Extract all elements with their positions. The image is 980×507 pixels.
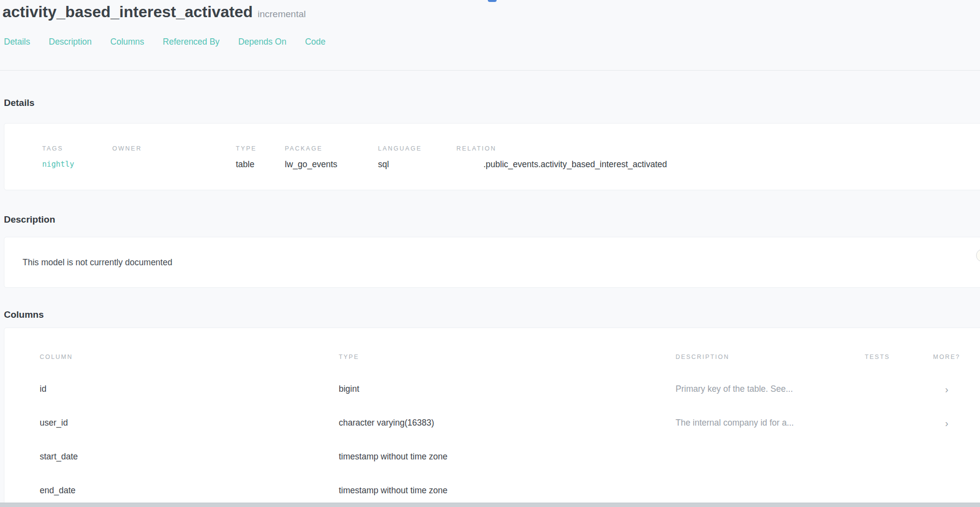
column-header-more: MORE? bbox=[928, 354, 980, 360]
nav-link-columns[interactable]: Columns bbox=[110, 37, 144, 47]
tag-link-nightly[interactable]: nightly bbox=[42, 159, 112, 170]
language-label: LANGUAGE bbox=[378, 145, 456, 152]
relation-value: .public_events.activity_based_interest_a… bbox=[456, 159, 980, 170]
detail-field-relation: RELATION .public_events.activity_based_i… bbox=[456, 145, 980, 190]
column-header-description: DESCRIPTION bbox=[676, 354, 865, 360]
column-description: Primary key of the table. See... bbox=[676, 384, 865, 394]
materialization-badge: incremental bbox=[257, 9, 305, 19]
detail-field-tags: TAGS nightly bbox=[42, 145, 112, 190]
details-section-heading: Details bbox=[4, 98, 980, 108]
table-row-start-date[interactable]: start_date timestamp without time zone bbox=[4, 440, 980, 474]
table-row-end-date[interactable]: end_date timestamp without time zone bbox=[4, 474, 980, 507]
chevron-right-icon[interactable]: › bbox=[928, 384, 980, 394]
description-text: This model is not currently documented bbox=[23, 257, 980, 268]
description-section-heading: Description bbox=[4, 214, 980, 225]
column-header-column: COLUMN bbox=[40, 354, 339, 360]
column-type: timestamp without time zone bbox=[339, 485, 676, 496]
table-row-user-id[interactable]: user_id character varying(16383) The int… bbox=[4, 406, 980, 440]
column-name: end_date bbox=[40, 485, 339, 496]
tags-label: TAGS bbox=[42, 145, 112, 152]
column-header-type: TYPE bbox=[339, 354, 676, 360]
nav-link-code[interactable]: Code bbox=[305, 37, 326, 47]
column-type: character varying(16383) bbox=[339, 418, 676, 428]
detail-field-language: LANGUAGE sql bbox=[378, 145, 456, 190]
type-value: table bbox=[236, 159, 285, 170]
column-name: id bbox=[40, 384, 339, 394]
description-section: Description This model is not currently … bbox=[0, 214, 980, 288]
columns-section-heading: Columns bbox=[4, 309, 980, 320]
column-name: user_id bbox=[40, 418, 339, 428]
section-anchor-nav: Details Description Columns Referenced B… bbox=[0, 37, 980, 71]
details-section: Details TAGS nightly OWNER TYPE table PA… bbox=[0, 98, 980, 190]
column-type: bigint bbox=[339, 384, 676, 394]
owner-label: OWNER bbox=[112, 145, 236, 152]
column-header-tests: TESTS bbox=[865, 354, 928, 360]
table-row-id[interactable]: id bigint Primary key of the table. See.… bbox=[4, 372, 980, 406]
page-title: activity_based_interest_activatedincreme… bbox=[2, 3, 980, 21]
details-card: TAGS nightly OWNER TYPE table PACKAGE lw… bbox=[4, 123, 980, 190]
type-label: TYPE bbox=[236, 145, 285, 152]
detail-field-package: PACKAGE lw_go_events bbox=[285, 145, 378, 190]
language-value: sql bbox=[378, 159, 456, 170]
detail-field-type: TYPE table bbox=[236, 145, 285, 190]
horizontal-scrollbar[interactable] bbox=[0, 503, 980, 507]
nav-link-details[interactable]: Details bbox=[4, 37, 30, 47]
description-card: This model is not currently documented bbox=[4, 237, 980, 288]
chevron-right-icon[interactable]: › bbox=[928, 418, 980, 428]
nav-link-referenced-by[interactable]: Referenced By bbox=[163, 37, 220, 47]
package-value: lw_go_events bbox=[285, 159, 378, 170]
columns-table-card: COLUMN TYPE DESCRIPTION TESTS MORE? id b… bbox=[4, 328, 980, 507]
nav-link-depends-on[interactable]: Depends On bbox=[238, 37, 286, 47]
model-name: activity_based_interest_activated bbox=[2, 3, 252, 21]
column-name: start_date bbox=[40, 452, 339, 462]
cut-off-top-element bbox=[488, 0, 497, 2]
columns-section: Columns COLUMN TYPE DESCRIPTION TESTS MO… bbox=[0, 309, 980, 507]
detail-field-owner: OWNER bbox=[112, 145, 236, 190]
column-description: The internal company id for a... bbox=[676, 418, 865, 428]
model-header: activity_based_interest_activatedincreme… bbox=[0, 0, 980, 21]
relation-label: RELATION bbox=[456, 145, 980, 152]
columns-table-body: id bigint Primary key of the table. See.… bbox=[4, 372, 980, 507]
nav-link-description[interactable]: Description bbox=[49, 37, 92, 47]
column-type: timestamp without time zone bbox=[339, 452, 676, 462]
columns-table-header-row: COLUMN TYPE DESCRIPTION TESTS MORE? bbox=[4, 328, 980, 360]
package-label: PACKAGE bbox=[285, 145, 378, 152]
